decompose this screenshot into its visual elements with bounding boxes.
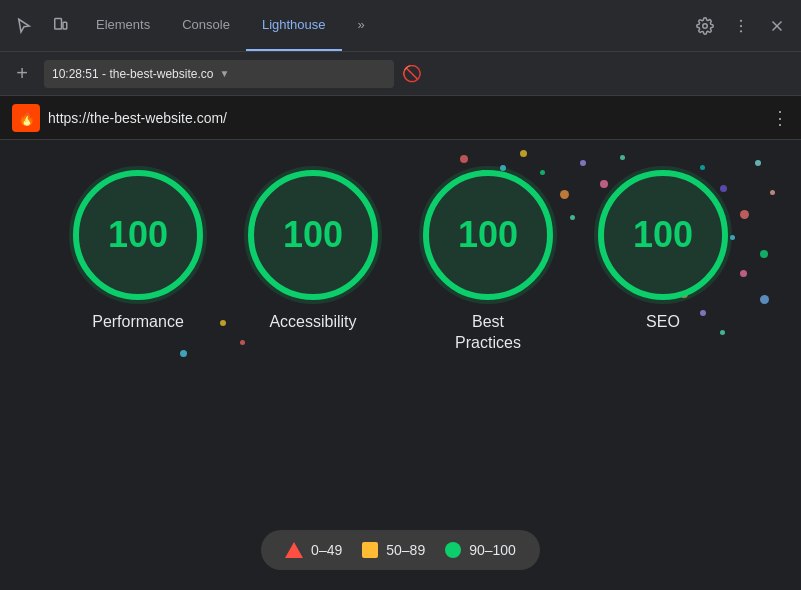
- score-performance: 100 Performance: [61, 170, 216, 333]
- score-circle-performance: 100: [73, 170, 203, 300]
- score-value-best-practices: 100: [458, 214, 518, 256]
- fail-range-text: 0–49: [311, 542, 342, 558]
- score-label-performance: Performance: [92, 312, 184, 333]
- device-toolbar-btn[interactable]: [44, 10, 76, 42]
- url-dropdown-icon[interactable]: ▼: [219, 68, 229, 79]
- svg-point-2: [703, 23, 708, 28]
- average-icon: [362, 542, 378, 558]
- url-bar: + 10:28:51 - the-best-website.co ▼ 🚫: [0, 52, 801, 96]
- cursor-icon-btn[interactable]: [8, 10, 40, 42]
- pass-range-text: 90–100: [469, 542, 516, 558]
- score-value-accessibility: 100: [283, 214, 343, 256]
- new-tab-btn[interactable]: +: [8, 62, 36, 85]
- score-circle-best-practices: 100: [423, 170, 553, 300]
- tab-lighthouse[interactable]: Lighthouse: [246, 0, 342, 51]
- browser-address-bar: 🔥 https://the-best-website.com/ ⋮: [0, 96, 801, 140]
- score-value-seo: 100: [633, 214, 693, 256]
- svg-point-3: [740, 19, 742, 21]
- average-range-text: 50–89: [386, 542, 425, 558]
- svg-point-4: [740, 24, 742, 26]
- svg-rect-0: [55, 18, 62, 29]
- settings-btn[interactable]: [689, 10, 721, 42]
- devtools-topbar: Elements Console Lighthouse »: [0, 0, 801, 52]
- score-circle-seo: 100: [598, 170, 728, 300]
- svg-rect-1: [63, 22, 67, 29]
- score-seo: 100 SEO: [586, 170, 741, 333]
- url-field[interactable]: 10:28:51 - the-best-website.co ▼: [44, 60, 394, 88]
- devtools-tab-list: Elements Console Lighthouse »: [80, 0, 685, 51]
- score-label-accessibility: Accessibility: [269, 312, 356, 333]
- browser-url-text: https://the-best-website.com/: [48, 110, 763, 126]
- more-options-btn[interactable]: [725, 10, 757, 42]
- score-label-best-practices: BestPractices: [455, 312, 521, 354]
- legend-fail: 0–49: [285, 542, 342, 558]
- scores-row: 100 Performance 100 Accessibility 100 Be…: [61, 170, 741, 354]
- fail-icon: [285, 542, 303, 558]
- no-entry-icon[interactable]: 🚫: [402, 64, 422, 83]
- url-timestamp: 10:28:51 - the-best-website.co: [52, 67, 213, 81]
- close-devtools-btn[interactable]: [761, 10, 793, 42]
- legend-average: 50–89: [362, 542, 425, 558]
- score-accessibility: 100 Accessibility: [236, 170, 391, 333]
- legend-pass: 90–100: [445, 542, 516, 558]
- lighthouse-main: 100 Performance 100 Accessibility 100 Be…: [0, 140, 801, 590]
- score-best-practices: 100 BestPractices: [411, 170, 566, 354]
- score-legend: 0–49 50–89 90–100: [261, 530, 540, 570]
- browser-more-btn[interactable]: ⋮: [771, 107, 789, 129]
- pass-icon: [445, 542, 461, 558]
- site-favicon: 🔥: [12, 104, 40, 132]
- score-label-seo: SEO: [646, 312, 680, 333]
- tab-elements[interactable]: Elements: [80, 0, 166, 51]
- score-circle-accessibility: 100: [248, 170, 378, 300]
- devtools-right-icons: [689, 10, 793, 42]
- tab-more[interactable]: »: [342, 0, 381, 51]
- svg-point-5: [740, 30, 742, 32]
- score-value-performance: 100: [108, 214, 168, 256]
- tab-console[interactable]: Console: [166, 0, 246, 51]
